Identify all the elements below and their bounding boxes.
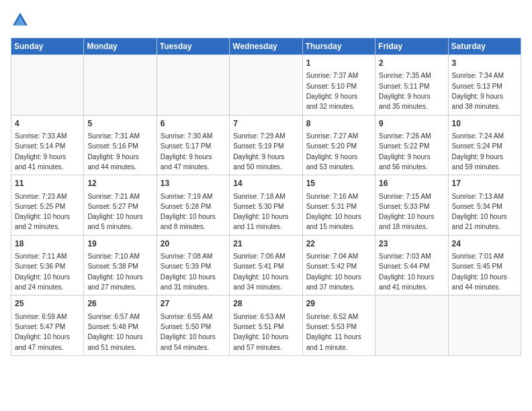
calendar-cell: 13Sunrise: 7:19 AMSunset: 5:28 PMDayligh… [157, 175, 229, 236]
day-info: Sunrise: 6:59 AMSunset: 5:47 PMDaylight:… [15, 312, 80, 353]
weekday-header-saturday: Saturday [448, 38, 521, 55]
day-number: 10 [452, 118, 517, 130]
day-info: Sunrise: 7:15 AMSunset: 5:33 PMDaylight:… [379, 191, 444, 232]
calendar-cell: 3Sunrise: 7:34 AMSunset: 5:13 PMDaylight… [448, 55, 521, 116]
calendar-cell: 15Sunrise: 7:16 AMSunset: 5:31 PMDayligh… [302, 175, 375, 236]
calendar-cell: 22Sunrise: 7:04 AMSunset: 5:42 PMDayligh… [302, 235, 375, 295]
calendar-cell [157, 55, 229, 116]
calendar-cell: 28Sunrise: 6:53 AMSunset: 5:51 PMDayligh… [230, 295, 302, 356]
day-number: 8 [306, 118, 371, 130]
weekday-header-friday: Friday [375, 38, 448, 55]
calendar-cell [11, 55, 84, 116]
calendar-week-5: 25Sunrise: 6:59 AMSunset: 5:47 PMDayligh… [11, 295, 521, 356]
calendar-cell: 12Sunrise: 7:21 AMSunset: 5:27 PMDayligh… [84, 175, 157, 236]
calendar-cell: 29Sunrise: 6:52 AMSunset: 5:53 PMDayligh… [302, 295, 375, 356]
calendar-cell [230, 55, 302, 116]
day-info: Sunrise: 7:04 AMSunset: 5:42 PMDaylight:… [306, 251, 371, 292]
day-number: 15 [306, 178, 371, 189]
calendar-table: SundayMondayTuesdayWednesdayThursdayFrid… [11, 38, 521, 356]
day-number: 16 [379, 178, 444, 189]
calendar-header: SundayMondayTuesdayWednesdayThursdayFrid… [11, 38, 521, 55]
calendar-cell: 5Sunrise: 7:31 AMSunset: 5:16 PMDaylight… [84, 115, 157, 175]
calendar-week-2: 4Sunrise: 7:33 AMSunset: 5:14 PMDaylight… [11, 115, 521, 175]
calendar-cell: 18Sunrise: 7:11 AMSunset: 5:36 PMDayligh… [11, 235, 84, 295]
calendar-body: 1Sunrise: 7:37 AMSunset: 5:10 PMDaylight… [11, 55, 521, 356]
calendar-cell: 2Sunrise: 7:35 AMSunset: 5:11 PMDaylight… [375, 55, 448, 116]
weekday-header-thursday: Thursday [302, 38, 375, 55]
weekday-header-monday: Monday [84, 38, 157, 55]
calendar-cell: 10Sunrise: 7:24 AMSunset: 5:24 PMDayligh… [448, 115, 521, 175]
calendar-week-1: 1Sunrise: 7:37 AMSunset: 5:10 PMDaylight… [11, 55, 521, 116]
day-number: 17 [452, 178, 517, 189]
day-number: 3 [452, 58, 517, 69]
day-number: 22 [306, 238, 371, 250]
day-number: 2 [379, 58, 444, 69]
calendar-week-3: 11Sunrise: 7:23 AMSunset: 5:25 PMDayligh… [11, 175, 521, 236]
day-number: 26 [87, 298, 152, 310]
weekday-header-row: SundayMondayTuesdayWednesdayThursdayFrid… [11, 38, 521, 55]
calendar-cell: 23Sunrise: 7:03 AMSunset: 5:44 PMDayligh… [375, 235, 448, 295]
page-header [11, 11, 521, 30]
day-info: Sunrise: 7:35 AMSunset: 5:11 PMDaylight:… [379, 71, 444, 111]
calendar-cell: 16Sunrise: 7:15 AMSunset: 5:33 PMDayligh… [375, 175, 448, 236]
calendar-cell [448, 295, 521, 356]
day-number: 27 [161, 298, 226, 310]
day-info: Sunrise: 7:01 AMSunset: 5:45 PMDaylight:… [452, 251, 517, 292]
calendar-cell: 21Sunrise: 7:06 AMSunset: 5:41 PMDayligh… [230, 235, 302, 295]
day-number: 7 [233, 118, 298, 130]
calendar-cell: 27Sunrise: 6:55 AMSunset: 5:50 PMDayligh… [157, 295, 229, 356]
day-number: 5 [87, 118, 152, 130]
calendar-cell: 20Sunrise: 7:08 AMSunset: 5:39 PMDayligh… [157, 235, 229, 295]
calendar-cell [375, 295, 448, 356]
day-info: Sunrise: 6:57 AMSunset: 5:48 PMDaylight:… [87, 312, 152, 353]
logo-icon [11, 11, 30, 30]
calendar-cell: 8Sunrise: 7:27 AMSunset: 5:20 PMDaylight… [302, 115, 375, 175]
calendar-cell: 24Sunrise: 7:01 AMSunset: 5:45 PMDayligh… [448, 235, 521, 295]
calendar-cell: 17Sunrise: 7:13 AMSunset: 5:34 PMDayligh… [448, 175, 521, 236]
day-info: Sunrise: 7:34 AMSunset: 5:13 PMDaylight:… [452, 71, 517, 111]
day-info: Sunrise: 6:52 AMSunset: 5:53 PMDaylight:… [306, 312, 371, 353]
day-info: Sunrise: 7:24 AMSunset: 5:24 PMDaylight:… [452, 131, 517, 172]
day-info: Sunrise: 7:13 AMSunset: 5:34 PMDaylight:… [452, 191, 517, 232]
day-number: 4 [15, 118, 80, 130]
day-info: Sunrise: 7:11 AMSunset: 5:36 PMDaylight:… [15, 251, 80, 292]
day-info: Sunrise: 7:29 AMSunset: 5:19 PMDaylight:… [233, 131, 298, 172]
day-number: 29 [306, 298, 371, 310]
day-info: Sunrise: 7:31 AMSunset: 5:16 PMDaylight:… [87, 131, 152, 172]
day-number: 14 [233, 178, 298, 189]
day-info: Sunrise: 7:06 AMSunset: 5:41 PMDaylight:… [233, 251, 298, 292]
day-number: 23 [379, 238, 444, 250]
day-info: Sunrise: 7:26 AMSunset: 5:22 PMDaylight:… [379, 131, 444, 172]
day-number: 6 [161, 118, 226, 130]
weekday-header-sunday: Sunday [11, 38, 84, 55]
calendar-cell: 11Sunrise: 7:23 AMSunset: 5:25 PMDayligh… [11, 175, 84, 236]
day-info: Sunrise: 7:19 AMSunset: 5:28 PMDaylight:… [161, 191, 226, 232]
day-info: Sunrise: 7:23 AMSunset: 5:25 PMDaylight:… [15, 191, 80, 232]
day-number: 25 [15, 298, 80, 310]
day-number: 13 [161, 178, 226, 189]
weekday-header-wednesday: Wednesday [230, 38, 302, 55]
logo [11, 11, 32, 30]
day-info: Sunrise: 7:21 AMSunset: 5:27 PMDaylight:… [87, 191, 152, 232]
day-number: 24 [452, 238, 517, 250]
day-number: 9 [379, 118, 444, 130]
calendar-week-4: 18Sunrise: 7:11 AMSunset: 5:36 PMDayligh… [11, 235, 521, 295]
day-info: Sunrise: 6:53 AMSunset: 5:51 PMDaylight:… [233, 312, 298, 353]
calendar-cell: 26Sunrise: 6:57 AMSunset: 5:48 PMDayligh… [84, 295, 157, 356]
calendar-cell: 4Sunrise: 7:33 AMSunset: 5:14 PMDaylight… [11, 115, 84, 175]
day-number: 28 [233, 298, 298, 310]
calendar-cell: 9Sunrise: 7:26 AMSunset: 5:22 PMDaylight… [375, 115, 448, 175]
day-number: 12 [87, 178, 152, 189]
day-number: 11 [15, 178, 80, 189]
day-number: 21 [233, 238, 298, 250]
calendar-cell: 14Sunrise: 7:18 AMSunset: 5:30 PMDayligh… [230, 175, 302, 236]
day-info: Sunrise: 7:08 AMSunset: 5:39 PMDaylight:… [161, 251, 226, 292]
calendar-cell [84, 55, 157, 116]
day-info: Sunrise: 7:10 AMSunset: 5:38 PMDaylight:… [87, 251, 152, 292]
day-info: Sunrise: 7:18 AMSunset: 5:30 PMDaylight:… [233, 191, 298, 232]
calendar-cell: 6Sunrise: 7:30 AMSunset: 5:17 PMDaylight… [157, 115, 229, 175]
calendar-cell: 25Sunrise: 6:59 AMSunset: 5:47 PMDayligh… [11, 295, 84, 356]
weekday-header-tuesday: Tuesday [157, 38, 229, 55]
calendar-cell: 1Sunrise: 7:37 AMSunset: 5:10 PMDaylight… [302, 55, 375, 116]
day-info: Sunrise: 7:30 AMSunset: 5:17 PMDaylight:… [161, 131, 226, 172]
